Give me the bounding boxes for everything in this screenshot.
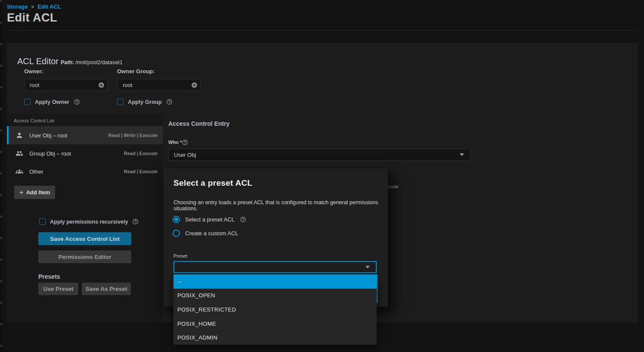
acl-entry-permissions: Read | Write | Execute [108,133,158,138]
acl-entry-label: Other [29,168,124,175]
select-preset-radio[interactable] [173,216,180,223]
dialog-description: Choosing an entry loads a preset ACL tha… [173,199,380,212]
apply-owner-label: Apply Owner [35,99,69,105]
apply-recursive-label: Apply permissions recursively [50,219,128,225]
chevron-down-icon [365,266,370,268]
group-icon [15,150,23,157]
apply-owner-checkbox[interactable] [24,99,31,105]
save-as-preset-button[interactable]: Save As Preset [82,283,131,295]
header-divider [7,30,638,31]
owner-label: Owner: [24,68,43,75]
preset-select[interactable] [173,261,377,273]
select-preset-radio-label: Select a preset ACL [185,216,235,223]
breadcrumb-storage-link[interactable]: Storage [7,3,28,10]
owner-group-input[interactable] [117,79,201,91]
preset-option-posix-open[interactable]: POSIX_OPEN [173,289,377,303]
save-access-control-list-button[interactable]: Save Access Control List [38,232,131,245]
plus-icon: + [19,188,24,197]
owner-clear-icon[interactable] [98,82,105,88]
owner-group-label: Owner Group: [117,68,155,75]
acl-entry-user-obj[interactable]: User Obj – root Read | Write | Execute [7,126,163,144]
apply-group-label: Apply Group [128,99,162,105]
breadcrumb-separator: > [28,4,37,10]
preset-option-blank[interactable]: -- [173,274,377,289]
create-custom-radio[interactable] [173,230,180,237]
permissions-editor-button[interactable]: Permissions Editor [38,250,131,263]
acl-editor-title: ACL Editor [17,56,59,66]
apply-recursive-help-icon[interactable] [132,218,139,225]
acl-entry-group-obj[interactable]: Group Obj – root Read | Execute [7,144,163,162]
select-preset-help-icon[interactable] [240,216,246,223]
preset-option-posix-home[interactable]: POSIX_HOME [173,317,377,331]
acl-entry-other[interactable]: Other Read | Execute [7,162,163,181]
breadcrumb-edit-acl-link[interactable]: Edit ACL [37,3,61,10]
access-control-entry-title: Access Control Entry [168,120,229,127]
acl-entry-permissions: Read | Execute [124,151,158,156]
preset-select-focus-border [377,274,378,303]
use-preset-button[interactable]: Use Preset [38,283,78,295]
acl-entry-label: User Obj – root [29,132,108,139]
acl-entry-label: Group Obj – root [29,150,124,157]
groups-icon [15,168,23,175]
add-item-button[interactable]: + Add Item [14,186,55,199]
create-custom-radio-label: Create a custom ACL [185,230,238,237]
path-value: /mnt/pool2/dataset1 [75,59,123,65]
who-label: Who * [168,140,182,145]
preset-option-posix-admin[interactable]: POSIX_ADMIN [173,330,377,345]
dialog-title: Select a preset ACL [173,178,252,188]
acl-entry-permissions: Read | Execute [124,169,158,174]
left-edge-strip [0,0,2,352]
edit-acl-page: Storage > Edit ACL Edit ACL ACL Editor P… [0,0,644,352]
who-select[interactable]: User Obj [168,149,471,161]
chevron-down-icon [460,153,464,156]
apply-group-checkbox[interactable] [117,99,124,105]
person-icon [15,131,23,139]
owner-input[interactable] [24,79,108,91]
page-title: Edit ACL [7,11,57,25]
owner-group-clear-icon[interactable] [191,82,198,88]
apply-group-help-icon[interactable] [166,99,173,105]
preset-option-posix-restricted[interactable]: POSIX_RESTRICTED [173,302,377,317]
apply-recursive-checkbox[interactable] [39,218,46,225]
presets-heading: Presets [38,273,60,280]
obscured-execute-label: ecute [386,184,399,189]
preset-options-panel: -- POSIX_OPEN POSIX_RESTRICTED POSIX_HOM… [173,274,377,345]
apply-owner-help-icon[interactable] [74,99,80,105]
access-control-list-header: Access Control List [14,118,54,123]
path-label: Path: [61,59,74,65]
who-select-value: User Obj [174,152,460,158]
preset-field-label: Preset [173,253,187,259]
who-help-icon[interactable] [182,139,188,146]
breadcrumb: Storage > Edit ACL [7,3,61,10]
